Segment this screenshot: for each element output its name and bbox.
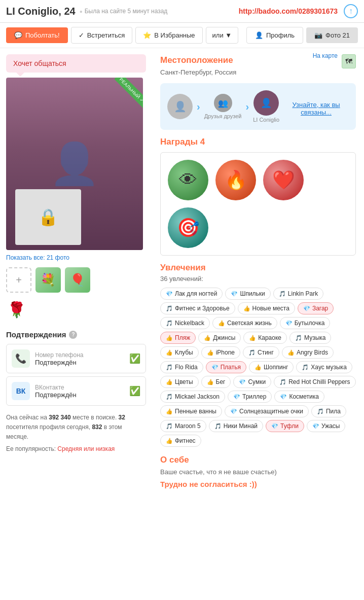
tag-icon: 🎵 — [248, 349, 256, 356]
tag-icon: 🎵 — [295, 335, 302, 341]
interest-tag[interactable]: 💎Триллер — [228, 391, 272, 403]
interest-tag[interactable]: 💎Косметика — [274, 391, 324, 403]
interest-tag[interactable]: 💎Бутылочка — [280, 317, 331, 329]
tag-icon: 💎 — [239, 379, 246, 385]
main-content: Хочет общаться 👤 РЕАЛЬНЫЙ ✓ 🔒 — [0, 48, 364, 503]
interest-tag[interactable]: 👍Шоппинг — [249, 361, 294, 373]
interest-tag[interactable]: 🎵Maroon 5 — [160, 420, 206, 432]
favorites-button[interactable]: ⭐ В Избранные — [135, 27, 202, 44]
interest-tag[interactable]: 💎Туфли — [266, 420, 304, 432]
chat-button[interactable]: 💬 Поболтать! — [6, 27, 68, 43]
vk-confirmation: ВК ВКонтакте Подтверждён ✅ — [6, 376, 146, 406]
tag-label: Светская жизнь — [227, 320, 272, 327]
interest-tag[interactable]: 💎Солнцезащитные очки — [225, 405, 309, 417]
help-icon[interactable]: ? — [69, 331, 77, 339]
main-photo[interactable]: 👤 РЕАЛЬНЫЙ ✓ 🔒 — [6, 78, 143, 250]
interest-tag[interactable]: 🎵Flo Rida — [160, 361, 203, 373]
profile-url[interactable]: http://badoo.com/0289301673 — [239, 7, 338, 15]
about-title: О себе — [160, 455, 356, 465]
interests-section: Увлечения 36 увлечений: 💎Лак для ногтей💎… — [160, 263, 356, 447]
award-target[interactable]: 🎯 — [168, 207, 208, 248]
tag-icon: 👍 — [254, 364, 262, 371]
fav-label: В Избранные — [154, 31, 195, 39]
camera-icon: 📷 — [314, 31, 322, 39]
interest-tag[interactable]: 🎵Mickael Jackson — [160, 391, 225, 403]
find-connection-link[interactable]: Узнайте, как вы связаны... — [283, 101, 349, 116]
interest-tag[interactable]: 👍Новые места — [238, 302, 295, 314]
checkmark-icon: ✓ — [79, 31, 84, 39]
interest-tag[interactable]: 👍Пенные ванны — [160, 405, 222, 417]
interest-tag[interactable]: 👍Пляж — [160, 332, 196, 344]
interest-tag[interactable]: 🎵Linkin Park — [273, 288, 323, 300]
interest-tag[interactable]: 🎵Музыка — [289, 332, 331, 344]
interest-tag[interactable]: 💎Загар — [298, 302, 334, 314]
awards-label: Награды — [160, 137, 198, 147]
more-label: или — [212, 31, 224, 39]
interest-tag[interactable]: 👍Фитнес — [160, 435, 201, 447]
vk-status: Подтверждён — [35, 391, 124, 399]
interest-tag[interactable]: 👍Джинсы — [198, 332, 241, 344]
interest-tag[interactable]: 💎Платья — [206, 361, 246, 373]
award-heart[interactable]: ❤️ — [263, 160, 304, 200]
interest-tag[interactable]: 🎵Ники Минай — [209, 420, 263, 432]
interest-tag[interactable]: 🎵Red Hot Chilli Peppers — [274, 376, 355, 388]
user-chain-label: LI Coniglio — [253, 117, 279, 123]
profile-tab-button[interactable]: 👤 Профиль — [246, 27, 303, 44]
tag-label: Фитнес — [175, 437, 196, 444]
photo-label: Фото 21 — [325, 31, 350, 39]
want-chat-text: Хочет общаться — [13, 59, 66, 67]
interest-tag[interactable]: 💎Шпильки — [225, 288, 270, 300]
add-gift-button[interactable]: + — [6, 267, 31, 293]
interest-tag[interactable]: 💎Сумки — [233, 376, 271, 388]
vk-label: ВКонтакте — [35, 384, 124, 391]
popularity-link[interactable]: Средняя или низкая — [57, 445, 115, 452]
vk-check-icon: ✅ — [129, 385, 140, 397]
tag-icon: 🎵 — [214, 423, 222, 430]
user-avatar: 👤 — [253, 90, 279, 116]
tag-icon: 💎 — [230, 408, 237, 415]
interest-tag[interactable]: 👍Караоке — [243, 332, 287, 344]
tag-icon: 💎 — [231, 291, 238, 297]
tag-icon: 🎵 — [166, 364, 173, 371]
about-section: О себе Ваше счастье, что я не ваше счаст… — [160, 455, 356, 488]
award-eye[interactable]: 👁 — [168, 160, 208, 200]
tag-icon: 🎵 — [166, 320, 173, 327]
tag-icon: 🎵 — [166, 394, 173, 400]
on-map-link[interactable]: На карте — [313, 52, 338, 59]
award-fire[interactable]: 🔥 — [215, 160, 256, 200]
interests-title: Увлечения — [160, 263, 356, 273]
tag-label: Mickael Jackson — [175, 393, 220, 400]
profile-label: Профиль — [266, 31, 295, 39]
interest-tag[interactable]: 💎Лак для ногтей — [160, 288, 223, 300]
interest-tag[interactable]: 🎵Хаус музыка — [296, 361, 352, 373]
tag-label: Новые места — [252, 305, 289, 312]
interest-tag[interactable]: 👍Бег — [201, 376, 231, 388]
tag-label: Фитнес и Здоровье — [175, 305, 230, 312]
tag-label: Пляж — [175, 334, 190, 341]
photo-tab-button[interactable]: 📷 Фото 21 — [306, 27, 358, 43]
scroll-up-button[interactable]: ↑ — [344, 4, 358, 18]
interest-tag[interactable]: 🎵Nickelback — [160, 317, 210, 329]
about-quote: Трудно не согласиться :)) — [160, 480, 356, 488]
interest-tag[interactable]: 👍Светская жизнь — [212, 317, 277, 329]
interest-tag[interactable]: 🎵Стинг — [243, 346, 279, 359]
interest-tag[interactable]: 👍Angry Birds — [282, 346, 334, 359]
interest-tag[interactable]: 👍Клубы — [160, 346, 199, 359]
page-container: LI Coniglio, 24 Была на сайте 5 минут на… — [0, 0, 364, 600]
interest-tag[interactable]: 👍Цветы — [160, 376, 199, 388]
interest-tag[interactable]: 🎵Пила — [311, 405, 346, 417]
interest-tag[interactable]: 🎵Фитнес и Здоровье — [160, 302, 235, 314]
tag-icon: 👍 — [166, 379, 173, 385]
more-button[interactable]: или ▼ — [206, 27, 239, 44]
interest-tag[interactable]: 💎Ужасы — [307, 420, 346, 432]
meet-button[interactable]: ✓ Встретиться — [71, 27, 133, 44]
show-all-photos-link[interactable]: Показать все: 21 фото — [6, 254, 146, 261]
location-section: Местоположение На карте 🗺 Санкт-Петербур… — [160, 54, 356, 76]
tag-label: Пила — [326, 408, 341, 415]
tag-label: Flo Rida — [175, 364, 198, 371]
interest-tag[interactable]: 👍iPhone — [201, 346, 240, 359]
meet-label: Встретиться — [87, 31, 125, 39]
vk-text: ВКонтакте Подтверждён — [35, 384, 124, 399]
map-thumbnail[interactable]: 🗺 — [342, 54, 356, 68]
phone-check-icon: ✅ — [129, 353, 140, 364]
